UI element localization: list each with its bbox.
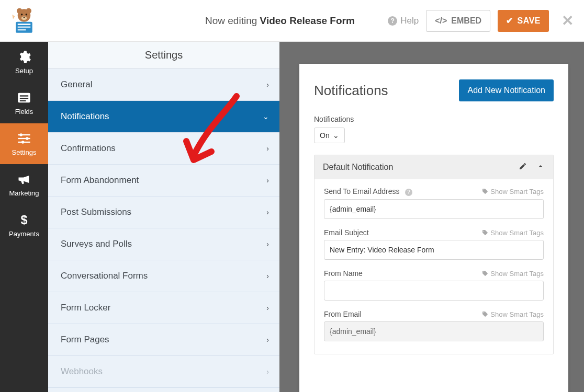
svg-point-3 <box>21 14 23 16</box>
field-subject: Email Subject Show Smart Tags <box>324 228 544 260</box>
form-name: Video Release Form <box>260 15 355 26</box>
notification-card: Default Notification S <box>314 155 554 354</box>
svg-point-4 <box>26 14 28 16</box>
settings-menu: Settings General › Notifications ⌄ Confi… <box>48 42 279 392</box>
card-title: Default Notification <box>323 163 393 172</box>
chevron-right-icon: › <box>266 208 269 216</box>
menu-list: General › Notifications ⌄ Confirmations … <box>48 69 279 392</box>
rail-marketing[interactable]: Marketing <box>0 164 48 205</box>
rail-settings[interactable]: Settings <box>0 123 48 164</box>
rail-fields[interactable]: Fields <box>0 83 48 123</box>
settings-header: Settings <box>48 42 279 69</box>
send-to-label: Send To Email Address <box>324 187 400 195</box>
menu-form-pages-label: Form Pages <box>61 335 109 345</box>
add-notification-button[interactable]: Add New Notification <box>459 79 554 101</box>
svg-rect-12 <box>20 95 28 96</box>
rail-setup-label: Setup <box>15 67 33 75</box>
embed-label: EMBED <box>451 16 481 26</box>
smart-tags-label: Show Smart Tags <box>490 229 544 237</box>
card-body: Send To Email Address ? Show Smart Tags <box>315 179 553 354</box>
smart-tags-link[interactable]: Show Smart Tags <box>482 188 544 195</box>
svg-point-2 <box>26 8 32 14</box>
left-rail: Setup Fields Settings Marketing $ Paymen… <box>0 42 48 392</box>
top-content: Now editing Video Release Form ? Help </… <box>48 0 584 41</box>
help-label: Help <box>400 16 419 26</box>
menu-surveys-label: Surveys and Polls <box>61 239 132 249</box>
help-link[interactable]: ? Help <box>388 16 419 26</box>
menu-confirmations[interactable]: Confirmations › <box>48 133 279 165</box>
from-email-input[interactable] <box>324 321 544 341</box>
menu-general[interactable]: General › <box>48 69 279 101</box>
card-actions <box>519 162 545 172</box>
field-from-email: From Email Show Smart Tags <box>324 310 544 341</box>
menu-form-locker[interactable]: Form Locker › <box>48 292 279 324</box>
bullhorn-icon <box>17 172 31 186</box>
field-from-name: From Name Show Smart Tags <box>324 269 544 301</box>
send-to-input[interactable] <box>324 199 544 219</box>
rail-fields-label: Fields <box>15 108 33 116</box>
chevron-right-icon: › <box>266 176 269 185</box>
field-send-to: Send To Email Address ? Show Smart Tags <box>324 187 544 219</box>
rail-setup[interactable]: Setup <box>0 42 48 83</box>
notifications-panel: Notifications Add New Notification Notif… <box>299 64 568 392</box>
top-bar: Now editing Video Release Form ? Help </… <box>0 0 584 42</box>
save-button[interactable]: ✔ SAVE <box>498 10 549 32</box>
menu-conversational-label: Conversational Forms <box>61 271 148 281</box>
chevron-right-icon: › <box>266 336 269 344</box>
rail-payments[interactable]: $ Payments <box>0 205 48 246</box>
menu-post-submissions-label: Post Submissions <box>61 207 131 217</box>
chevron-right-icon: › <box>266 240 269 248</box>
svg-point-1 <box>17 8 23 14</box>
panel-title: Notifications <box>314 83 388 99</box>
chevron-right-icon: › <box>266 367 269 376</box>
menu-general-label: General <box>61 79 92 90</box>
close-button[interactable]: ✕ <box>561 12 574 29</box>
rail-settings-label: Settings <box>12 148 37 156</box>
chevron-right-icon: › <box>266 144 269 153</box>
svg-point-19 <box>26 137 29 140</box>
sliders-icon <box>17 132 31 145</box>
menu-form-abandonment-label: Form Abandonment <box>61 175 139 186</box>
toggle-value: On <box>320 131 330 140</box>
menu-webhooks-label: Webhooks <box>61 366 103 377</box>
edit-icon[interactable] <box>519 162 527 172</box>
from-name-input[interactable] <box>324 281 544 301</box>
chevron-up-icon[interactable] <box>536 162 545 172</box>
app-logo <box>9 6 39 36</box>
menu-surveys[interactable]: Surveys and Polls › <box>48 228 279 260</box>
notifications-toggle[interactable]: On ⌄ <box>314 128 345 143</box>
menu-webhooks[interactable]: Webhooks › <box>48 356 279 388</box>
gear-icon <box>17 50 31 64</box>
right-pane: Notifications Add New Notification Notif… <box>279 42 584 392</box>
menu-form-locker-label: Form Locker <box>61 303 110 313</box>
svg-rect-9 <box>18 26 31 28</box>
help-icon[interactable]: ? <box>405 189 412 196</box>
svg-rect-10 <box>18 29 26 30</box>
menu-form-pages[interactable]: Form Pages › <box>48 324 279 356</box>
svg-point-6 <box>24 16 25 18</box>
chevron-right-icon: › <box>266 304 269 312</box>
smart-tags-label: Show Smart Tags <box>490 310 544 318</box>
svg-rect-14 <box>20 100 26 101</box>
rail-spacer <box>0 246 48 392</box>
menu-confirmations-label: Confirmations <box>61 143 116 154</box>
embed-button[interactable]: </> EMBED <box>426 10 490 32</box>
svg-text:$: $ <box>21 213 28 227</box>
menu-form-abandonment[interactable]: Form Abandonment › <box>48 165 279 197</box>
chevron-right-icon: › <box>266 80 269 89</box>
card-head: Default Notification <box>315 155 553 179</box>
check-icon: ✔ <box>506 16 513 26</box>
svg-point-20 <box>21 141 25 144</box>
editing-label: Now editing Video Release Form <box>205 15 355 27</box>
smart-tags-link[interactable]: Show Smart Tags <box>482 270 544 278</box>
save-label: SAVE <box>518 16 541 26</box>
menu-post-submissions[interactable]: Post Submissions › <box>48 197 279 228</box>
subject-input[interactable] <box>324 240 544 260</box>
svg-rect-8 <box>18 24 31 25</box>
menu-conversational[interactable]: Conversational Forms › <box>48 260 279 292</box>
smart-tags-link[interactable]: Show Smart Tags <box>482 229 544 237</box>
chevron-right-icon: › <box>266 272 269 280</box>
menu-notifications[interactable]: Notifications ⌄ <box>48 101 279 133</box>
smart-tags-link[interactable]: Show Smart Tags <box>482 310 544 318</box>
panel-head: Notifications Add New Notification <box>314 79 554 101</box>
